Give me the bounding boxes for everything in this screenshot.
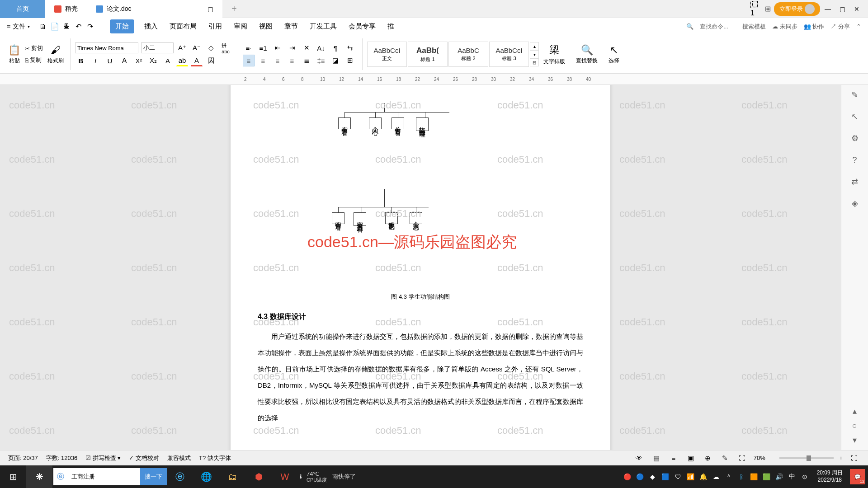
superscript-button[interactable]: X² [133, 55, 145, 66]
scroll-up-icon[interactable]: ▴ [849, 405, 861, 418]
start-button[interactable]: ⊞ [0, 465, 26, 488]
decrease-indent-button[interactable]: ⇤ [272, 42, 283, 54]
select-button[interactable]: ↖选择 [609, 44, 619, 65]
search-template[interactable]: 搜索模板 [742, 23, 766, 31]
font-size-select[interactable] [141, 42, 174, 53]
tabs-button[interactable]: ⇆ [344, 42, 356, 54]
style-normal[interactable]: AaBbCcI正文 [367, 42, 407, 67]
missing-fonts[interactable]: T? 缺失字体 [199, 454, 231, 462]
select-tool-icon[interactable]: ↖ [849, 110, 861, 123]
tab-new[interactable]: + [222, 0, 246, 18]
tab-chapter[interactable]: 章节 [283, 19, 300, 33]
increase-font-icon[interactable]: A⁺ [176, 42, 188, 54]
style-h2[interactable]: AaBbC标题 2 [448, 42, 488, 67]
style-h1[interactable]: AaBb(标题 1 [408, 42, 448, 67]
subscript-button[interactable]: X₂ [147, 55, 159, 66]
styles-gallery[interactable]: AaBbCcI正文 AaBb(标题 1 AaBbC标题 2 AaBbCcI标题 … [367, 42, 539, 67]
sort-button[interactable]: A↓ [315, 42, 327, 54]
cut-button[interactable]: ✂ 剪切 [23, 43, 45, 53]
taskbar-weather[interactable]: 🌡 74℃ CPU温度 雨快停了 [298, 471, 356, 483]
tab-pagelayout[interactable]: 页面布局 [168, 19, 198, 33]
tray-wifi-icon[interactable]: 📶 [686, 473, 696, 480]
paste-button[interactable]: 📋粘贴 [8, 44, 20, 65]
tray-icon[interactable]: ⊙ [800, 473, 810, 480]
fullscreen-icon[interactable]: ⛶ [848, 452, 860, 464]
tab-review[interactable]: 审阅 [232, 19, 249, 33]
wps-icon[interactable]: W [272, 465, 298, 488]
eye-icon[interactable]: 👁 [633, 452, 645, 464]
redo-icon[interactable]: ↷ [85, 21, 95, 32]
edit-icon[interactable]: ✎ [719, 452, 731, 464]
reading-mode-icon[interactable]: ⿺1 [750, 4, 761, 14]
align-center-button[interactable]: ≡ [257, 55, 269, 66]
font-color-button[interactable]: A [191, 55, 203, 66]
align-left-button[interactable]: ≡ [243, 55, 255, 66]
tab-view[interactable]: 视图 [257, 19, 274, 33]
tray-shield-icon[interactable]: 🛡 [673, 473, 683, 480]
copy-button[interactable]: ⎘ 复制 [23, 55, 45, 65]
maximize-button[interactable]: ▢ [835, 2, 849, 16]
coop-button[interactable]: 👥 协作 [804, 23, 825, 31]
line-spacing-button[interactable]: ‡≡ [315, 55, 327, 66]
taskbar-search-input[interactable] [68, 474, 140, 480]
translate-icon[interactable]: ⇄ [849, 175, 861, 188]
increase-indent-button[interactable]: ⇥ [286, 42, 298, 54]
edge-icon[interactable]: ⓔ [167, 465, 193, 488]
tab-more[interactable]: 推 [386, 19, 396, 33]
search-command-input[interactable] [700, 23, 736, 30]
show-marks-button[interactable]: ¶ [330, 42, 341, 54]
help-icon[interactable]: ? [849, 154, 861, 166]
spellcheck-toggle[interactable]: ☑ 拼写检查 ▾ [85, 454, 121, 462]
bold-button[interactable]: B [75, 55, 87, 66]
clear-format-icon[interactable]: ◇ [205, 42, 217, 54]
page-status[interactable]: 页面: 20/37 [8, 454, 38, 462]
numbering-button[interactable]: ≡1 [257, 42, 269, 54]
minimize-button[interactable]: — [821, 2, 835, 16]
word-count[interactable]: 字数: 12036 [46, 454, 77, 462]
tab-docke[interactable]: 稻壳 [45, 0, 87, 18]
decrease-font-icon[interactable]: A⁻ [191, 42, 203, 54]
login-button[interactable]: 立即登录 [774, 2, 820, 16]
compat-mode[interactable]: 兼容模式 [167, 454, 191, 462]
borders-button[interactable]: ⊞ [344, 55, 356, 66]
shading-button[interactable]: ◪ [330, 55, 341, 66]
tab-insert[interactable]: 插入 [142, 19, 160, 33]
bullets-button[interactable]: ≡· [243, 42, 255, 54]
tab-references[interactable]: 引用 [207, 19, 224, 33]
tray-icon[interactable]: 🟦 [660, 473, 670, 480]
sync-status[interactable]: ☁ 未同步 [772, 23, 797, 31]
close-button[interactable]: ✕ [850, 2, 863, 16]
justify-button[interactable]: ≡ [286, 55, 298, 66]
taskbar-clock[interactable]: 20:09 周日 2022/9/18 [812, 469, 847, 483]
highlight-button[interactable]: ab [176, 55, 188, 66]
tab-detach-icon[interactable]: ▢ [208, 5, 213, 13]
app-icon[interactable]: ⬢ [245, 465, 272, 488]
pen-icon[interactable]: ✎ [849, 89, 861, 101]
scroll-down-icon[interactable]: ▾ [849, 434, 861, 446]
tab-home[interactable]: 首页 [0, 0, 45, 18]
explorer-icon[interactable]: 🗂 [219, 465, 245, 488]
save-icon[interactable]: 🗎 [38, 21, 48, 32]
tab-member[interactable]: 会员专享 [347, 19, 377, 33]
tray-ime-icon[interactable]: 中 [787, 473, 797, 481]
view-read-icon[interactable]: ▣ [685, 452, 697, 464]
tab-start[interactable]: 开始 [110, 19, 134, 33]
undo-icon[interactable]: ↶ [73, 21, 84, 32]
text-effects-button[interactable]: A [162, 55, 174, 66]
taskbar-search[interactable]: ⓔ 搜一下 [53, 468, 167, 485]
share-button[interactable]: ↗ 分享 [830, 23, 850, 31]
font-name-select[interactable] [75, 42, 138, 53]
view-web-icon[interactable]: ⊕ [702, 452, 714, 464]
zoom-fit-icon[interactable]: ⛶ [736, 452, 748, 464]
tray-icon[interactable]: ◆ [648, 473, 658, 480]
tray-bell-icon[interactable]: 🔔 [698, 473, 708, 480]
search-icon[interactable]: 🔍 [686, 23, 693, 30]
strike-button[interactable]: A̵ [118, 55, 130, 66]
settings-icon[interactable]: ⚙ [849, 132, 861, 145]
zoom-in-button[interactable]: + [839, 455, 843, 461]
distribute-button[interactable]: ≣ [301, 55, 312, 66]
asian-layout-button[interactable]: ✕ [301, 42, 312, 54]
tray-icon[interactable]: 🔵 [635, 473, 645, 480]
tray-volume-icon[interactable]: 🔊 [774, 473, 784, 480]
align-right-button[interactable]: ≡ [272, 55, 283, 66]
